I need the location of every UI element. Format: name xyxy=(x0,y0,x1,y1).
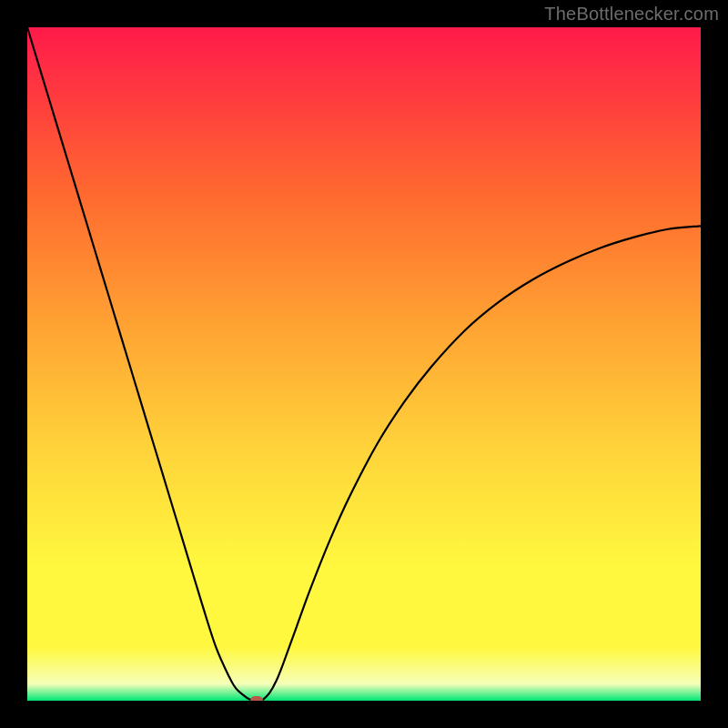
optimal-point-marker xyxy=(250,696,263,701)
bottleneck-curve xyxy=(27,27,701,701)
plot-area xyxy=(27,27,701,701)
chart-frame: TheBottlenecker.com xyxy=(0,0,728,728)
watermark-text: TheBottlenecker.com xyxy=(544,4,719,25)
